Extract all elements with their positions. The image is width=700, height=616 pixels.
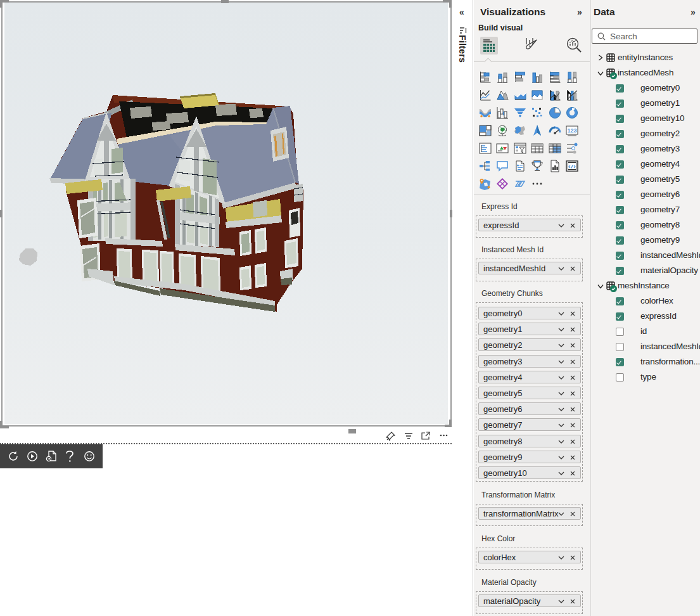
svg-text:123: 123	[567, 127, 576, 134]
